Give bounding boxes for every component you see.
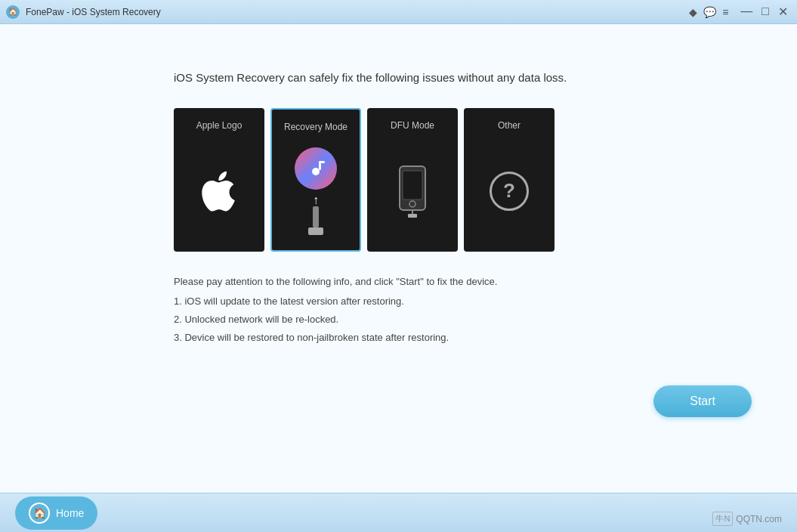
footer-logo-url: QQTN.com	[736, 514, 782, 524]
start-button[interactable]: Start	[653, 385, 752, 417]
svg-rect-7	[408, 214, 417, 218]
dfu-mode-label: DFU Mode	[391, 120, 434, 131]
mode-cards-container: Apple Logo Recovery Mode	[174, 108, 737, 252]
other-label: Other	[498, 120, 521, 131]
recovery-mode-icon: ↑	[295, 141, 337, 241]
menu-icon: ≡	[722, 6, 728, 18]
diamond-icon: ◆	[689, 6, 697, 18]
mode-card-recovery-mode[interactable]: Recovery Mode ↑	[270, 108, 361, 252]
cable-icon: ↑	[308, 194, 323, 235]
qqtn-logo-text: 牛N	[712, 512, 733, 526]
app-icon: 🏠	[6, 5, 20, 19]
window-title: FonePaw - iOS System Recovery	[26, 7, 689, 17]
svg-rect-4	[403, 171, 422, 200]
apple-logo-icon	[199, 140, 239, 243]
home-button[interactable]: 🏠 Home	[15, 496, 97, 530]
home-label: Home	[56, 507, 84, 519]
mode-card-other[interactable]: Other ?	[464, 108, 555, 252]
info-title: Please pay attention to the following in…	[174, 276, 612, 287]
title-bar-icons: ◆ 💬 ≡	[689, 6, 728, 18]
description-text: iOS System Recovery can safely fix the f…	[174, 70, 627, 87]
minimize-button[interactable]: —	[737, 5, 755, 19]
mode-card-dfu-mode[interactable]: DFU Mode	[367, 108, 458, 252]
footer-logo: 牛N QQTN.com	[712, 512, 782, 526]
maximize-button[interactable]: □	[758, 5, 772, 19]
info-item-3: 3. Device will be restored to non-jailbr…	[174, 331, 612, 345]
window-controls[interactable]: — □ ✕	[737, 5, 791, 19]
mode-card-apple-logo[interactable]: Apple Logo	[174, 108, 264, 252]
info-item-2: 2. Unlocked network will be re-locked.	[174, 313, 612, 326]
info-list: 1. iOS will update to the latest version…	[174, 295, 612, 345]
svg-point-0	[312, 168, 320, 175]
footer: 🏠 Home 牛N QQTN.com	[0, 493, 797, 532]
svg-rect-2	[319, 161, 325, 163]
home-icon: 🏠	[29, 503, 50, 524]
info-section: Please pay attention to the following in…	[174, 276, 612, 350]
recovery-mode-label: Recovery Mode	[284, 122, 348, 132]
dfu-mode-icon	[392, 140, 433, 243]
itunes-circle	[295, 147, 337, 190]
title-bar: 🏠 FonePaw - iOS System Recovery ◆ 💬 ≡ — …	[0, 0, 797, 24]
apple-logo-label: Apple Logo	[196, 120, 242, 131]
info-item-1: 1. iOS will update to the latest version…	[174, 295, 612, 308]
chat-icon: 💬	[703, 6, 716, 18]
other-icon: ?	[490, 140, 529, 243]
main-content: iOS System Recovery can safely fix the f…	[0, 24, 797, 493]
close-button[interactable]: ✕	[775, 5, 791, 19]
